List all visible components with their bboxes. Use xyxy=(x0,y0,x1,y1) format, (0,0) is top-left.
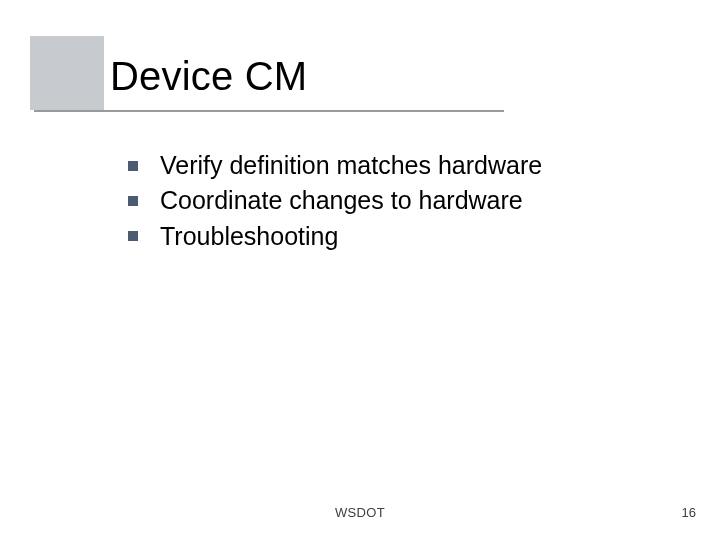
list-item: Coordinate changes to hardware xyxy=(128,185,668,216)
page-number: 16 xyxy=(682,505,696,520)
bullet-square-icon xyxy=(128,196,138,206)
bullet-list: Verify definition matches hardware Coord… xyxy=(128,150,668,256)
list-item: Troubleshooting xyxy=(128,221,668,252)
title-block: Device CM xyxy=(30,36,307,99)
slide-title: Device CM xyxy=(30,36,307,99)
title-underline xyxy=(34,110,504,112)
list-item: Verify definition matches hardware xyxy=(128,150,668,181)
footer-center-label: WSDOT xyxy=(0,505,720,520)
bullet-text: Troubleshooting xyxy=(160,221,338,252)
slide: Device CM Verify definition matches hard… xyxy=(0,0,720,540)
bullet-square-icon xyxy=(128,231,138,241)
bullet-text: Verify definition matches hardware xyxy=(160,150,542,181)
bullet-square-icon xyxy=(128,161,138,171)
bullet-text: Coordinate changes to hardware xyxy=(160,185,523,216)
